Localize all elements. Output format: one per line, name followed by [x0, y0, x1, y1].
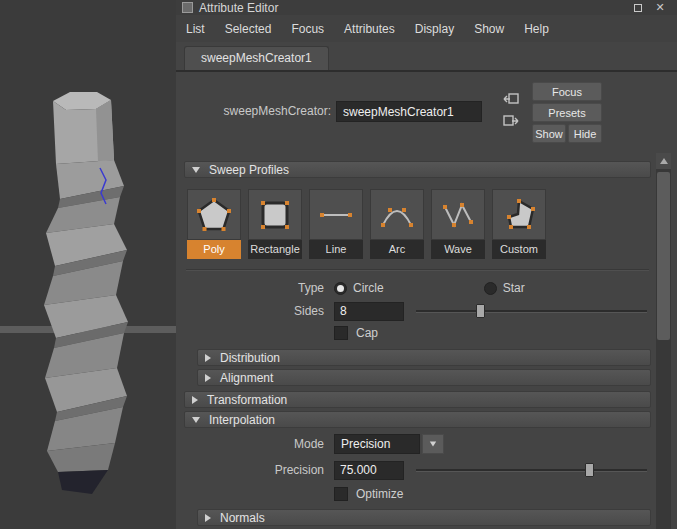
radio-circle-label[interactable]: Circle [353, 281, 384, 295]
optimize-checkbox[interactable] [334, 487, 348, 501]
maximize-icon [634, 4, 642, 12]
sides-label: Sides [184, 304, 334, 318]
section-title: Transformation [207, 393, 287, 407]
profile-label-rectangle: Rectangle [248, 240, 302, 259]
box-arrow-right-icon [503, 114, 519, 128]
profile-tile-custom[interactable]: Custom [492, 189, 546, 259]
viewport-3d[interactable] [0, 0, 176, 529]
arrow-up-icon [660, 158, 668, 164]
window-icon [182, 2, 193, 13]
profile-label-wave: Wave [431, 240, 485, 259]
menu-focus[interactable]: Focus [291, 22, 324, 36]
section-title: Normals [220, 511, 265, 525]
type-label: Type [184, 281, 334, 295]
radio-star-label[interactable]: Star [503, 281, 525, 295]
menu-list[interactable]: List [186, 22, 205, 36]
show-button[interactable]: Show [532, 124, 566, 143]
chevron-down-icon [192, 167, 200, 173]
rectangle-icon [248, 189, 302, 240]
wave-icon [431, 189, 485, 240]
profile-tile-line[interactable]: Line [309, 189, 363, 259]
chevron-right-icon [205, 354, 211, 362]
sides-slider[interactable] [416, 304, 647, 318]
section-title: Alignment [220, 371, 273, 385]
optimize-label[interactable]: Optimize [356, 487, 403, 501]
precision-label: Precision [184, 463, 334, 477]
menu-show[interactable]: Show [474, 22, 504, 36]
radio-star[interactable] [484, 282, 497, 295]
menu-selected[interactable]: Selected [225, 22, 272, 36]
section-title: Interpolation [209, 413, 275, 427]
section-header-distribution[interactable]: Distribution [197, 349, 651, 366]
window-title: Attribute Editor [199, 1, 627, 15]
window-titlebar: Attribute Editor ✕ [176, 0, 677, 15]
type-row: Type Circle Star [184, 277, 651, 299]
attributes-scroll-area: Sweep Profiles Poly [176, 153, 677, 529]
profile-label-custom: Custom [492, 240, 546, 259]
presets-button[interactable]: Presets [532, 103, 602, 122]
slider-handle[interactable] [585, 463, 594, 477]
precision-input[interactable] [334, 461, 404, 480]
hide-button[interactable]: Hide [568, 124, 602, 143]
tab-sweepmeshcreator1[interactable]: sweepMeshCreator1 [184, 46, 329, 70]
section-header-alignment[interactable]: Alignment [197, 369, 651, 386]
scrollbar-thumb[interactable] [657, 172, 670, 340]
mode-dropdown[interactable]: Precision [334, 434, 444, 454]
profile-tile-rectangle[interactable]: Rectangle [248, 189, 302, 259]
close-button[interactable]: ✕ [649, 1, 671, 14]
line-icon [309, 189, 363, 240]
section-title: Distribution [220, 351, 280, 365]
sides-input[interactable] [334, 302, 404, 321]
menu-display[interactable]: Display [415, 22, 454, 36]
section-header-normals[interactable]: Normals [197, 509, 651, 526]
radio-circle[interactable] [334, 282, 347, 295]
profile-tile-wave[interactable]: Wave [431, 189, 485, 259]
slider-track [416, 310, 647, 313]
maximize-button[interactable] [627, 2, 649, 14]
chevron-right-icon [205, 374, 211, 382]
dropdown-arrow-button[interactable] [422, 434, 444, 454]
section-header-interpolation[interactable]: Interpolation [184, 411, 651, 428]
section-header-sweep-profiles[interactable]: Sweep Profiles [184, 161, 651, 178]
box-arrow-left-icon [503, 92, 519, 106]
cap-row: Cap [184, 323, 651, 343]
node-name-input[interactable] [336, 101, 482, 122]
attributes-content: Sweep Profiles Poly [184, 153, 651, 529]
attribute-editor-panel: Attribute Editor ✕ List Selected Focus A… [176, 0, 677, 529]
menu-help[interactable]: Help [524, 22, 549, 36]
select-output-icon-button[interactable] [502, 90, 520, 107]
divider [186, 269, 649, 271]
tab-strip: sweepMeshCreator1 [176, 42, 677, 72]
mode-dropdown-value[interactable]: Precision [334, 434, 420, 454]
precision-slider[interactable] [416, 463, 647, 477]
profile-tiles: Poly Rectangle [187, 189, 651, 259]
arc-icon [370, 189, 424, 240]
sides-row: Sides [184, 300, 651, 322]
section-title: Sweep Profiles [209, 163, 289, 177]
section-header-transformation[interactable]: Transformation [184, 391, 651, 408]
swept-mesh-render [0, 0, 176, 529]
vertical-scrollbar[interactable] [656, 153, 671, 529]
chevron-down-icon [192, 417, 200, 423]
optimize-row: Optimize [184, 484, 651, 504]
mode-row: Mode Precision [184, 433, 651, 455]
menu-attributes[interactable]: Attributes [344, 22, 395, 36]
node-name-row: sweepMeshCreator: Focus Presets Show Hid… [176, 72, 677, 150]
chevron-right-icon [205, 514, 211, 522]
profile-tile-arc[interactable]: Arc [370, 189, 424, 259]
mode-label: Mode [184, 437, 334, 451]
cap-checkbox[interactable] [334, 326, 348, 340]
profile-label-poly: Poly [187, 240, 241, 259]
profile-tile-poly[interactable]: Poly [187, 189, 241, 259]
chevron-right-icon [192, 396, 198, 404]
select-input-icon-button[interactable] [502, 112, 520, 129]
scroll-up-button[interactable] [656, 153, 671, 169]
focus-button[interactable]: Focus [532, 82, 602, 101]
custom-icon [492, 189, 546, 240]
pentagon-icon [187, 189, 241, 240]
chevron-down-icon [430, 442, 436, 447]
precision-row: Precision [184, 459, 651, 481]
slider-track [416, 469, 647, 472]
slider-handle[interactable] [476, 304, 485, 318]
cap-label[interactable]: Cap [356, 326, 378, 340]
